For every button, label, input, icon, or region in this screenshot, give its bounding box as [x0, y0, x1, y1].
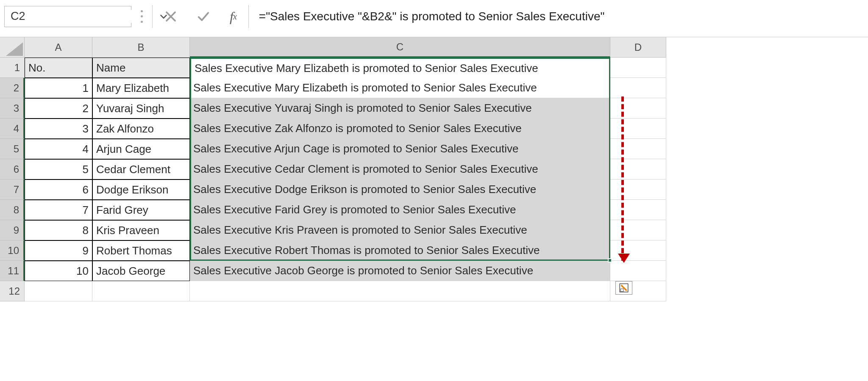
cell-d9[interactable]: [610, 220, 666, 240]
column-header-a[interactable]: A: [25, 37, 92, 58]
cell-b1[interactable]: Name: [92, 58, 190, 78]
cell-d4[interactable]: [610, 119, 666, 139]
cell-d5[interactable]: [610, 139, 666, 159]
row-header-9[interactable]: 9: [0, 220, 25, 240]
cell-b4[interactable]: Zak Alfonzo: [92, 119, 190, 139]
cell-b3[interactable]: Yuvaraj Singh: [92, 98, 190, 119]
autofill-options-button[interactable]: [615, 281, 632, 295]
cell-a4[interactable]: 3: [25, 119, 92, 139]
cell-b2[interactable]: Mary Elizabeth: [92, 78, 190, 98]
cell-c2[interactable]: Sales Executive Mary Elizabeth is promot…: [190, 78, 610, 98]
column-header-d[interactable]: D: [610, 37, 666, 58]
formula-input[interactable]: [256, 6, 864, 27]
cell-a12[interactable]: [25, 281, 92, 301]
cell-d2[interactable]: [610, 78, 666, 98]
column-header-b[interactable]: B: [92, 37, 190, 58]
row-header-7[interactable]: 7: [0, 179, 25, 200]
cell-c4[interactable]: Sales Executive Zak Alfonzo is promoted …: [190, 119, 610, 139]
cell-d8[interactable]: [610, 200, 666, 220]
row-header-6[interactable]: 6: [0, 159, 25, 179]
cell-a9[interactable]: 8: [25, 220, 92, 240]
cell-a8[interactable]: 7: [25, 200, 92, 220]
name-box-input[interactable]: [5, 10, 160, 23]
cell-b11[interactable]: Jacob George: [92, 261, 190, 281]
spreadsheet-grid[interactable]: A B C D 1 No. Name New text 2 1 Mary Eli…: [0, 37, 868, 301]
insert-function-icon[interactable]: fx: [230, 10, 236, 23]
formula-bar-drag-handle-icon[interactable]: [138, 9, 145, 24]
svg-rect-1: [620, 289, 623, 292]
cell-a6[interactable]: 5: [25, 159, 92, 179]
cell-c3[interactable]: Sales Executive Yuvaraj Singh is promote…: [190, 98, 610, 119]
divider: [248, 5, 249, 28]
row-header-5[interactable]: 5: [0, 139, 25, 159]
cell-b9[interactable]: Kris Praveen: [92, 220, 190, 240]
cell-b12[interactable]: [92, 281, 190, 301]
cell-d11[interactable]: [610, 261, 666, 281]
cell-a7[interactable]: 6: [25, 179, 92, 200]
cell-c12[interactable]: [190, 281, 610, 301]
cell-b7[interactable]: Dodge Erikson: [92, 179, 190, 200]
row-header-4[interactable]: 4: [0, 119, 25, 139]
cell-b10[interactable]: Robert Thomas: [92, 240, 190, 261]
cell-a11[interactable]: 10: [25, 261, 92, 281]
cell-c9[interactable]: Sales Executive Kris Praveen is promoted…: [190, 220, 610, 240]
cell-a5[interactable]: 4: [25, 139, 92, 159]
row-header-3[interactable]: 3: [0, 98, 25, 119]
cell-c6[interactable]: Sales Executive Cedar Clement is promote…: [190, 159, 610, 179]
row-header-1[interactable]: 1: [0, 58, 25, 78]
cell-d1[interactable]: [610, 58, 666, 78]
cell-b8[interactable]: Farid Grey: [92, 200, 190, 220]
row-header-12[interactable]: 12: [0, 281, 25, 301]
cell-c10[interactable]: Sales Executive Robert Thomas is promote…: [190, 240, 610, 261]
cell-c11[interactable]: Sales Executive Jacob George is promoted…: [190, 261, 610, 281]
divider: [152, 5, 153, 28]
cell-c8[interactable]: Sales Executive Farid Grey is promoted t…: [190, 200, 610, 220]
cell-a2[interactable]: 1: [25, 78, 92, 98]
formula-bar-area: fx: [0, 0, 868, 37]
select-all-corner[interactable]: [0, 37, 25, 58]
cell-d3[interactable]: [610, 98, 666, 119]
cell-a1[interactable]: No.: [25, 58, 92, 78]
cell-c5[interactable]: Sales Executive Arjun Cage is promoted t…: [190, 139, 610, 159]
row-header-10[interactable]: 10: [0, 240, 25, 261]
row-header-8[interactable]: 8: [0, 200, 25, 220]
fill-handle[interactable]: [608, 258, 612, 262]
formula-bar-buttons: fx: [159, 6, 242, 27]
cell-b5[interactable]: Arjun Cage: [92, 139, 190, 159]
name-box[interactable]: [4, 6, 131, 27]
cell-d7[interactable]: [610, 179, 666, 200]
annotation-arrow-icon: [621, 97, 624, 261]
cell-a3[interactable]: 2: [25, 98, 92, 119]
column-header-c[interactable]: C: [190, 37, 610, 58]
cell-c7[interactable]: Sales Executive Dodge Erikson is promote…: [190, 179, 610, 200]
cancel-icon[interactable]: [164, 10, 177, 23]
enter-icon[interactable]: [196, 10, 211, 23]
cell-d6[interactable]: [610, 159, 666, 179]
cell-a10[interactable]: 9: [25, 240, 92, 261]
cell-c1[interactable]: New text: [190, 58, 610, 78]
row-header-11[interactable]: 11: [0, 261, 25, 281]
row-header-2[interactable]: 2: [0, 78, 25, 98]
cell-b6[interactable]: Cedar Clement: [92, 159, 190, 179]
